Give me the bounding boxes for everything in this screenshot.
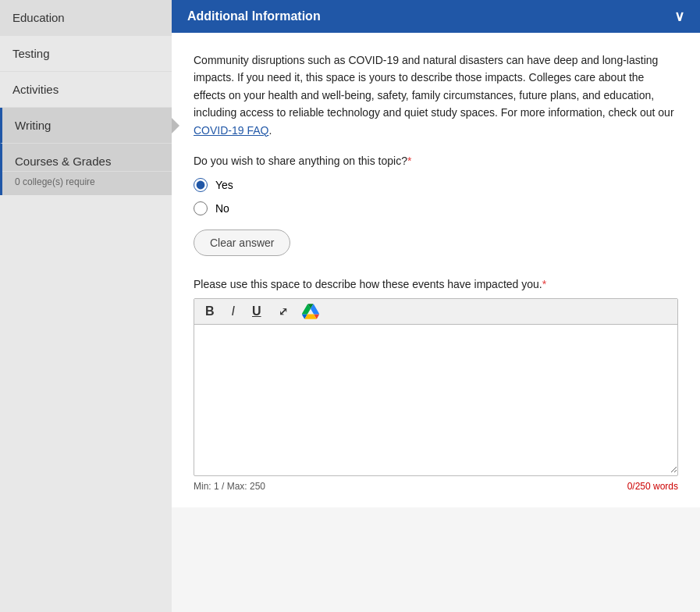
radio-yes-label: Yes [215, 179, 233, 191]
radio-group: Yes No [194, 178, 678, 215]
min-max-label: Min: 1 / Max: 250 [194, 481, 265, 492]
expand-button[interactable]: ⤢ [275, 304, 291, 318]
sidebar-item-label: Activities [12, 83, 59, 96]
sidebar-item-courses-grades[interactable]: Courses & Grades [2, 144, 172, 172]
sidebar-item-writing[interactable]: Writing [0, 108, 172, 144]
word-count-row: Min: 1 / Max: 250 0/250 words [194, 481, 678, 492]
description-text-after-link: . [268, 124, 272, 137]
sidebar-item-label: Writing [15, 119, 51, 132]
underline-button[interactable]: U [249, 304, 265, 319]
sidebar-item-education[interactable]: Education [0, 0, 172, 36]
covid-faq-link[interactable]: COVID-19 FAQ [194, 124, 268, 137]
description-text: Community disruptions such as COVID-19 a… [194, 52, 678, 139]
question-label: Do you wish to share anything on this to… [194, 155, 678, 167]
sidebar-item-label: Education [12, 11, 65, 24]
description-text-before-link: Community disruptions such as COVID-19 a… [194, 54, 674, 119]
chevron-down-icon[interactable]: ∨ [674, 8, 684, 25]
textarea-required-marker: * [542, 278, 546, 290]
google-drive-icon[interactable] [302, 304, 319, 319]
required-marker: * [407, 155, 411, 167]
sidebar-item-label: Testing [12, 47, 50, 60]
editor-toolbar: B I U ⤢ [194, 299, 677, 325]
sidebar-item-testing[interactable]: Testing [0, 36, 172, 72]
italic-button[interactable]: I [229, 304, 238, 319]
editor-textarea[interactable] [194, 325, 677, 473]
courses-grades-sub-label: 0 college(s) require [2, 172, 172, 195]
section-header: Additional Information ∨ [172, 0, 700, 33]
bold-button[interactable]: B [202, 304, 218, 319]
main-content: Additional Information ∨ Community disru… [172, 0, 700, 612]
word-count: 0/250 words [627, 481, 678, 492]
content-area: Community disruptions such as COVID-19 a… [172, 33, 700, 507]
radio-no-label: No [215, 202, 229, 215]
sidebar-item-activities[interactable]: Activities [0, 72, 172, 108]
sidebar: Education Testing Activities Writing Cou… [0, 0, 172, 612]
radio-option-yes[interactable]: Yes [194, 178, 678, 192]
editor-container: B I U ⤢ [194, 298, 678, 476]
radio-yes[interactable] [194, 178, 208, 192]
section-title: Additional Information [187, 9, 321, 23]
sidebar-item-label: Courses & Grades [15, 155, 111, 168]
clear-answer-button[interactable]: Clear answer [194, 230, 290, 256]
radio-option-no[interactable]: No [194, 201, 678, 215]
textarea-label: Please use this space to describe how th… [194, 278, 678, 290]
radio-no[interactable] [194, 201, 208, 215]
